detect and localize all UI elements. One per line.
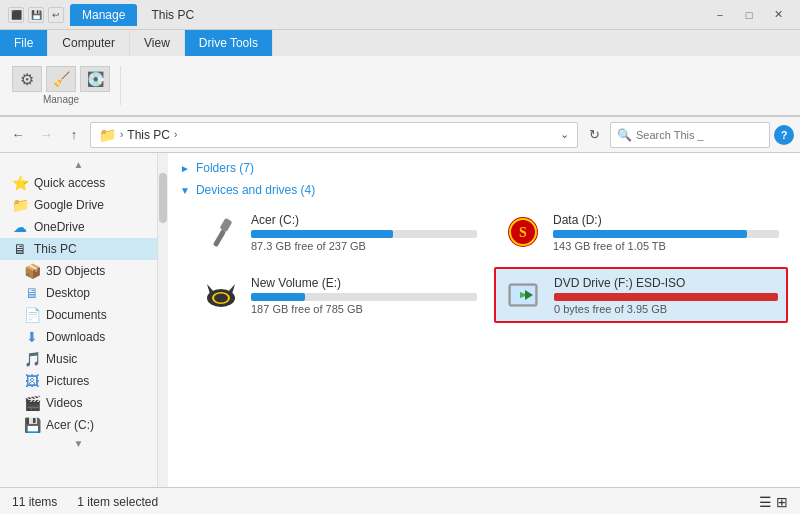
sidebar-item-label: Videos xyxy=(46,396,82,410)
maximize-button[interactable]: □ xyxy=(735,5,763,25)
3d-objects-icon: 📦 xyxy=(24,263,40,279)
folders-label: Folders (7) xyxy=(196,161,254,175)
search-box[interactable]: 🔍 xyxy=(610,122,770,148)
sidebar-item-pictures[interactable]: 🖼 Pictures xyxy=(0,370,157,392)
ribbon-content: ⚙ 🧹 💽 Manage xyxy=(0,56,800,116)
sidebar-item-google-drive[interactable]: 📁 Google Drive xyxy=(0,194,157,216)
acer-c-name: Acer (C:) xyxy=(251,213,477,227)
window-controls[interactable]: − □ ✕ xyxy=(706,5,792,25)
ribbon: File Computer View Drive Tools ⚙ 🧹 💽 Man… xyxy=(0,30,800,117)
breadcrumb-thispc: This PC xyxy=(127,128,170,142)
tab-view[interactable]: View xyxy=(130,30,185,56)
sidebar-item-label: Downloads xyxy=(46,330,105,344)
search-input[interactable] xyxy=(636,129,763,141)
sidebar-item-quick-access[interactable]: ⭐ Quick access xyxy=(0,172,157,194)
manage-group-label: Manage xyxy=(43,94,79,105)
folder-icon: 📁 xyxy=(99,127,116,143)
dvd-f-size: 0 bytes free of 3.95 GB xyxy=(554,303,778,315)
sidebar-item-label: 3D Objects xyxy=(46,264,105,278)
breadcrumb-arrow: › xyxy=(120,129,123,140)
sidebar-item-label: Google Drive xyxy=(34,198,104,212)
dvd-f-bar xyxy=(554,293,778,301)
videos-icon: 🎬 xyxy=(24,395,40,411)
folders-section-header[interactable]: ► Folders (7) xyxy=(180,161,788,175)
sidebar-item-desktop[interactable]: 🖥 Desktop xyxy=(0,282,157,304)
refresh-button[interactable]: ↻ xyxy=(582,123,606,147)
acer-c-bar-fill xyxy=(251,230,393,238)
titlebar-icon-3: ↩ xyxy=(48,7,64,23)
onedrive-icon: ☁ xyxy=(12,219,28,235)
sidebar-item-label: Documents xyxy=(46,308,107,322)
scroll-down[interactable]: ▼ xyxy=(0,436,157,451)
svg-rect-1 xyxy=(213,229,226,247)
folders-chevron: ► xyxy=(180,163,190,174)
quick-access-icon: ⭐ xyxy=(12,175,28,191)
data-d-size: 143 GB free of 1.05 TB xyxy=(553,240,779,252)
back-button[interactable]: ← xyxy=(6,123,30,147)
grid-view-icon[interactable]: ⊞ xyxy=(776,494,788,510)
titlebar-icon-1: ⬛ xyxy=(8,7,24,23)
google-drive-icon: 📁 xyxy=(12,197,28,213)
svg-marker-8 xyxy=(228,284,235,294)
breadcrumb: 📁 › This PC › xyxy=(99,127,177,143)
title-bar-quick-access: ⬛ 💾 ↩ xyxy=(8,7,64,23)
cleanup-btn[interactable]: 🧹 xyxy=(46,66,76,92)
address-bar: ← → ↑ 📁 › This PC › ⌄ ↻ 🔍 ? xyxy=(0,117,800,153)
sidebar-scrollbar-thumb[interactable] xyxy=(159,173,167,223)
view-toggle[interactable]: ☰ ⊞ xyxy=(759,494,788,510)
drive-data-d[interactable]: S Data (D:) 143 GB free of 1.05 TB xyxy=(494,205,788,259)
address-dropdown[interactable]: ⌄ xyxy=(560,128,569,141)
address-input[interactable]: 📁 › This PC › ⌄ xyxy=(90,122,578,148)
acer-c-info: Acer (C:) 87.3 GB free of 237 GB xyxy=(251,213,477,252)
acer-c-drive-icon xyxy=(201,212,241,252)
sidebar-item-downloads[interactable]: ⬇ Downloads xyxy=(0,326,157,348)
new-volume-e-info: New Volume (E:) 187 GB free of 785 GB xyxy=(251,276,477,315)
sidebar-item-label: Desktop xyxy=(46,286,90,300)
new-volume-e-bar-fill xyxy=(251,293,305,301)
selected-count: 1 item selected xyxy=(77,495,158,509)
sidebar-item-this-pc[interactable]: 🖥 This PC xyxy=(0,238,157,260)
drive-new-volume-e[interactable]: New Volume (E:) 187 GB free of 785 GB xyxy=(192,267,486,323)
drive-dvd-f[interactable]: DVD Drive (F:) ESD-ISO 0 bytes free of 3… xyxy=(494,267,788,323)
devices-chevron: ▼ xyxy=(180,185,190,196)
breadcrumb-arrow2: › xyxy=(174,129,177,140)
svg-marker-7 xyxy=(207,284,214,294)
svg-rect-0 xyxy=(220,218,233,232)
sidebar-item-videos[interactable]: 🎬 Videos xyxy=(0,392,157,414)
help-icon[interactable]: ? xyxy=(774,125,794,145)
content-area: ► Folders (7) ▼ Devices and drives (4) xyxy=(168,153,800,487)
documents-icon: 📄 xyxy=(24,307,40,323)
devices-section-header[interactable]: ▼ Devices and drives (4) xyxy=(180,183,788,197)
data-d-bar xyxy=(553,230,779,238)
manage-tab-title[interactable]: Manage xyxy=(70,4,137,26)
items-count: 11 items xyxy=(12,495,57,509)
data-d-bar-fill xyxy=(553,230,747,238)
list-view-icon[interactable]: ☰ xyxy=(759,494,772,510)
sidebar-item-label: This PC xyxy=(34,242,77,256)
scroll-up[interactable]: ▲ xyxy=(0,157,157,172)
acer-c-size: 87.3 GB free of 237 GB xyxy=(251,240,477,252)
minimize-button[interactable]: − xyxy=(706,5,734,25)
tab-computer[interactable]: Computer xyxy=(48,30,130,56)
status-bar: 11 items 1 item selected ☰ ⊞ xyxy=(0,487,800,514)
sidebar-item-acer-c[interactable]: 💾 Acer (C:) xyxy=(0,414,157,436)
tab-file[interactable]: File xyxy=(0,30,48,56)
sidebar-item-music[interactable]: 🎵 Music xyxy=(0,348,157,370)
format-btn[interactable]: 💽 xyxy=(80,66,110,92)
window-title: This PC xyxy=(151,8,194,22)
close-button[interactable]: ✕ xyxy=(764,5,792,25)
sidebar-item-onedrive[interactable]: ☁ OneDrive xyxy=(0,216,157,238)
sidebar-scrollbar[interactable] xyxy=(158,153,168,487)
forward-button[interactable]: → xyxy=(34,123,58,147)
up-button[interactable]: ↑ xyxy=(62,123,86,147)
sidebar-item-documents[interactable]: 📄 Documents xyxy=(0,304,157,326)
drive-acer-c[interactable]: Acer (C:) 87.3 GB free of 237 GB xyxy=(192,205,486,259)
tab-drive-tools[interactable]: Drive Tools xyxy=(185,30,273,56)
title-bar-left: ⬛ 💾 ↩ Manage This PC xyxy=(8,4,194,26)
sidebar-item-label: Music xyxy=(46,352,77,366)
downloads-icon: ⬇ xyxy=(24,329,40,345)
optimize-btn[interactable]: ⚙ xyxy=(12,66,42,92)
title-bar: ⬛ 💾 ↩ Manage This PC − □ ✕ xyxy=(0,0,800,30)
sidebar-item-label: Quick access xyxy=(34,176,105,190)
sidebar-item-3d-objects[interactable]: 📦 3D Objects xyxy=(0,260,157,282)
